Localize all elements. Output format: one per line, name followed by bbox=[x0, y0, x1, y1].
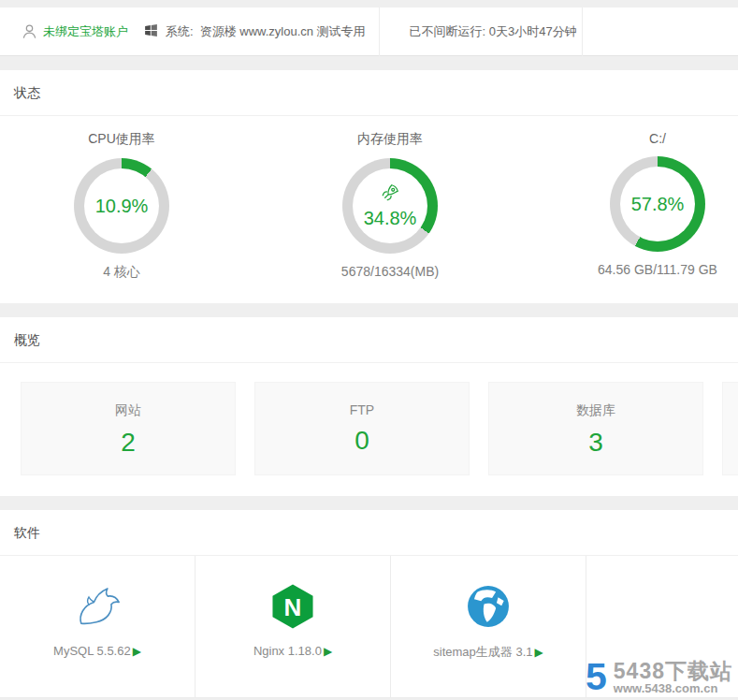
mysql-dolphin-icon bbox=[70, 580, 124, 633]
software-item-sitemap[interactable]: sitemap生成器 3.1▶ bbox=[391, 556, 586, 697]
play-icon[interactable]: ▶ bbox=[133, 646, 141, 657]
overview-card-sites-value[interactable]: 2 bbox=[22, 428, 235, 458]
account-label[interactable]: 未绑定宝塔账户 bbox=[43, 23, 128, 40]
overview-card-sites[interactable]: 网站 2 bbox=[21, 382, 236, 475]
watermark-site-url: www.5438.com.cn bbox=[614, 682, 732, 695]
gauge-disk-donut: 57.8% bbox=[610, 156, 705, 252]
status-title: 状态 bbox=[0, 70, 738, 116]
watermark-site-name: 5438下载站 bbox=[614, 660, 732, 682]
software-item-nginx[interactable]: N Nginx 1.18.0▶ bbox=[195, 556, 391, 697]
overview-card-database[interactable]: 数据库 3 bbox=[488, 382, 703, 475]
status-gauges: CPU使用率 10.9% 4 核心 内存使用率 bbox=[0, 116, 738, 303]
overview-cards: 网站 2 FTP 0 数据库 3 bbox=[0, 363, 738, 496]
gauge-disk-title: C:/ bbox=[649, 131, 666, 146]
system-info: 系统: 资源楼 www.zylou.cn 测试专用 bbox=[143, 22, 366, 41]
software-item-sitemap-label[interactable]: sitemap生成器 3.1▶ bbox=[433, 644, 543, 661]
overview-card-ftp[interactable]: FTP 0 bbox=[254, 382, 470, 475]
gauge-disk-percent: 57.8% bbox=[631, 194, 685, 215]
software-item-mysql[interactable]: MySQL 5.5.62▶ bbox=[0, 556, 195, 697]
gauge-memory: 内存使用率 34.8% bbox=[243, 116, 537, 303]
overview-card-ftp-label: FTP bbox=[255, 383, 469, 417]
gauge-memory-percent: 34.8% bbox=[364, 208, 417, 229]
uptime-label: 已不间断运行: 0天3小时47分钟 bbox=[410, 23, 577, 40]
overview-card-sites-label: 网站 bbox=[22, 383, 235, 419]
overview-card-partial[interactable] bbox=[722, 382, 738, 475]
play-icon[interactable]: ▶ bbox=[534, 647, 543, 658]
software-item-mysql-label[interactable]: MySQL 5.5.62▶ bbox=[53, 644, 141, 658]
software-item-nginx-label[interactable]: Nginx 1.18.0▶ bbox=[253, 644, 332, 658]
overview-section: 概览 网站 2 FTP 0 数据库 3 bbox=[0, 317, 738, 496]
watermark-logo: 5 bbox=[586, 658, 607, 696]
overview-title: 概览 bbox=[0, 317, 738, 363]
rocket-icon[interactable] bbox=[380, 182, 400, 207]
play-icon[interactable]: ▶ bbox=[324, 646, 332, 657]
gauge-cpu: CPU使用率 10.9% 4 核心 bbox=[0, 116, 243, 303]
bind-account-link[interactable]: 未绑定宝塔账户 bbox=[21, 22, 128, 40]
status-section: 状态 CPU使用率 10.9% 4 核心 内存使用率 bbox=[0, 70, 738, 303]
svg-text:N: N bbox=[284, 593, 302, 621]
gauge-cpu-donut: 10.9% bbox=[74, 158, 169, 254]
overview-card-ftp-value[interactable]: 0 bbox=[255, 426, 469, 456]
uptime: 已不间断运行: 0天3小时47分钟 bbox=[379, 7, 583, 56]
gauge-cpu-percent: 10.9% bbox=[95, 196, 149, 217]
gauge-disk-detail: 64.56 GB/111.79 GB bbox=[598, 262, 717, 277]
gauge-cpu-title: CPU使用率 bbox=[88, 131, 155, 148]
software-title: 软件 bbox=[0, 510, 738, 556]
overview-card-database-value[interactable]: 3 bbox=[489, 428, 702, 458]
gauge-memory-title: 内存使用率 bbox=[357, 131, 423, 148]
watermark: 5 5438下载站 www.5438.com.cn bbox=[586, 658, 732, 696]
gauge-memory-detail: 5678/16334(MB) bbox=[341, 264, 439, 279]
windows-logo-icon bbox=[143, 22, 159, 41]
overview-card-database-label: 数据库 bbox=[489, 383, 702, 419]
globe-icon bbox=[464, 580, 513, 633]
gauge-disk-c: C:/ 57.8% 64.56 GB/111.79 GB bbox=[537, 116, 738, 303]
system-label: 系统: bbox=[166, 23, 194, 40]
gauge-memory-donut: 34.8% bbox=[342, 158, 438, 254]
user-icon bbox=[21, 22, 38, 40]
nginx-icon: N bbox=[268, 580, 317, 633]
topbar: 未绑定宝塔账户 系统: 资源楼 www.zylou.cn 测试专用 已不间断运行… bbox=[0, 7, 738, 56]
system-value: 资源楼 www.zylou.cn 测试专用 bbox=[200, 23, 366, 40]
gauge-cpu-detail: 4 核心 bbox=[103, 264, 140, 281]
